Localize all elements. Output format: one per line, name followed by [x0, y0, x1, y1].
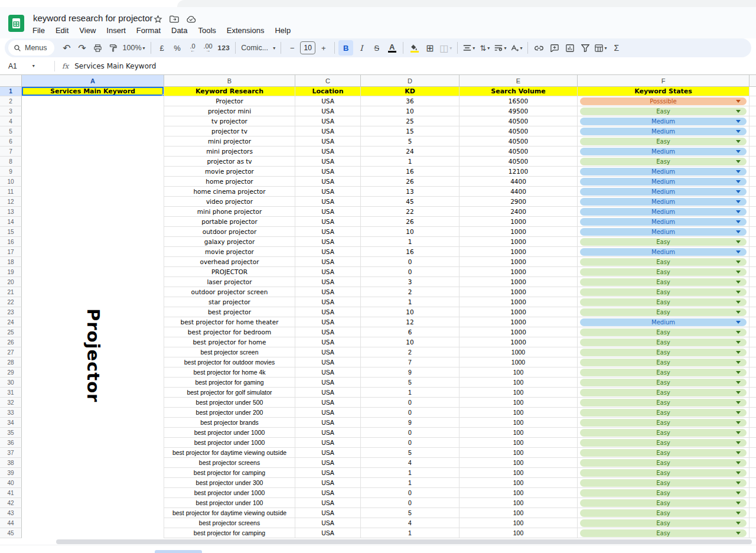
cell-A11[interactable]	[22, 187, 164, 197]
row-header-3[interactable]: 3	[0, 106, 22, 116]
location-cell-C7[interactable]: USA	[295, 147, 361, 157]
location-cell-C37[interactable]: USA	[295, 448, 361, 458]
row-header-25[interactable]: 25	[0, 327, 22, 337]
cell-A43[interactable]	[22, 508, 164, 518]
decrease-font-size-button[interactable]: −	[285, 40, 299, 56]
kd-cell-D40[interactable]: 1	[361, 478, 460, 488]
keyword-state-dropdown[interactable]: Easy	[580, 419, 747, 427]
volume-cell-E16[interactable]: 1000	[460, 237, 578, 247]
cell-A31[interactable]	[22, 388, 164, 398]
row-header-35[interactable]: 35	[0, 428, 22, 438]
keyword-cell-B28[interactable]: best projector for outdoor movies	[164, 357, 295, 367]
keyword-cell-B30[interactable]: best projector for gaming	[164, 378, 295, 388]
keyword-state-dropdown[interactable]: Easy	[580, 308, 747, 316]
cell-A34[interactable]	[22, 418, 164, 428]
row-header-30[interactable]: 30	[0, 378, 22, 388]
cell-A25[interactable]	[22, 327, 164, 337]
location-cell-C32[interactable]: USA	[295, 398, 361, 408]
volume-cell-E35[interactable]: 100	[460, 428, 578, 438]
keyword-cell-B17[interactable]: movie projector	[164, 247, 295, 257]
location-cell-C36[interactable]: USA	[295, 438, 361, 448]
keyword-state-dropdown[interactable]: Easy	[580, 268, 747, 276]
location-cell-C43[interactable]: USA	[295, 508, 361, 518]
cell-A42[interactable]	[22, 498, 164, 508]
text-color-button[interactable]: A	[384, 40, 399, 56]
volume-cell-E4[interactable]: 40500	[460, 116, 578, 126]
keyword-state-dropdown[interactable]: Medium	[580, 188, 747, 196]
location-cell-C42[interactable]: USA	[295, 498, 361, 508]
location-cell-C13[interactable]: USA	[295, 207, 361, 217]
keyword-state-dropdown[interactable]: Medium	[580, 128, 747, 135]
volume-cell-E18[interactable]: 1000	[460, 257, 578, 267]
borders-button[interactable]: ⊞	[422, 40, 437, 56]
currency-format-button[interactable]: £	[155, 40, 170, 56]
kd-cell-D23[interactable]: 10	[361, 307, 460, 317]
decrease-decimal-button[interactable]: .0←	[185, 40, 200, 56]
text-wrap-button[interactable]: ▾	[493, 40, 508, 56]
keyword-state-dropdown[interactable]: Easy	[580, 359, 747, 366]
row-header-22[interactable]: 22	[0, 297, 22, 307]
cell-A17[interactable]	[22, 247, 164, 257]
move-folder-icon[interactable]	[169, 14, 180, 24]
location-cell-C8[interactable]: USA	[295, 157, 361, 167]
location-cell-C45[interactable]: USA	[295, 528, 361, 538]
volume-cell-E21[interactable]: 1000	[460, 287, 578, 297]
volume-cell-E23[interactable]: 1000	[460, 307, 578, 317]
volume-cell-E3[interactable]: 49500	[460, 106, 578, 116]
keyword-cell-B4[interactable]: tv projector	[164, 116, 295, 126]
cell-A36[interactable]	[22, 438, 164, 448]
keyword-state-dropdown[interactable]: Easy	[580, 429, 747, 437]
keyword-cell-B25[interactable]: best projector for bedroom	[164, 327, 295, 337]
volume-cell-E28[interactable]: 1000	[460, 357, 578, 367]
kd-cell-D19[interactable]: 0	[361, 267, 460, 277]
location-cell-C35[interactable]: USA	[295, 428, 361, 438]
cell-F1[interactable]: Keyword States	[578, 87, 750, 96]
keyword-cell-B44[interactable]: best projector screens	[164, 518, 295, 528]
location-cell-C5[interactable]: USA	[295, 126, 361, 136]
kd-cell-D31[interactable]: 1	[361, 388, 460, 398]
keyword-cell-B2[interactable]: Projector	[164, 96, 295, 106]
location-cell-C28[interactable]: USA	[295, 357, 361, 367]
volume-cell-E44[interactable]: 100	[460, 518, 578, 528]
keyword-state-dropdown[interactable]: Medium	[580, 198, 747, 206]
location-cell-C21[interactable]: USA	[295, 287, 361, 297]
menu-file[interactable]: File	[28, 25, 49, 36]
cell-A29[interactable]	[22, 367, 164, 378]
kd-cell-D22[interactable]: 1	[361, 297, 460, 307]
cell-A27[interactable]	[22, 347, 164, 357]
row-header-34[interactable]: 34	[0, 418, 22, 428]
cell-A35[interactable]	[22, 428, 164, 438]
cell-A28[interactable]	[22, 357, 164, 367]
keyword-cell-B7[interactable]: mini projectors	[164, 147, 295, 157]
keyword-state-dropdown[interactable]: Easy	[580, 409, 747, 417]
cell-A7[interactable]	[22, 147, 164, 157]
create-filter-button[interactable]	[578, 40, 592, 56]
menu-insert[interactable]: Insert	[102, 25, 130, 36]
keyword-cell-B36[interactable]: best projector under 1000	[164, 438, 295, 448]
keyword-state-dropdown[interactable]: Easy	[580, 138, 747, 145]
kd-cell-D24[interactable]: 12	[361, 317, 460, 327]
row-header-40[interactable]: 40	[0, 478, 22, 488]
print-button[interactable]	[90, 40, 105, 56]
kd-cell-D5[interactable]: 15	[361, 126, 460, 136]
kd-cell-D7[interactable]: 24	[361, 147, 460, 157]
column-header-E[interactable]: E	[460, 75, 578, 87]
volume-cell-E9[interactable]: 12100	[460, 167, 578, 177]
location-cell-C2[interactable]: USA	[295, 96, 361, 106]
volume-cell-E30[interactable]: 100	[460, 378, 578, 388]
keyword-state-dropdown[interactable]: Easy	[580, 459, 747, 467]
volume-cell-E43[interactable]: 100	[460, 508, 578, 518]
row-header-7[interactable]: 7	[0, 147, 22, 157]
row-header-19[interactable]: 19	[0, 267, 22, 277]
volume-cell-E45[interactable]: 100	[460, 528, 578, 538]
kd-cell-D45[interactable]: 1	[361, 528, 460, 538]
column-header-B[interactable]: B	[164, 75, 295, 87]
volume-cell-E2[interactable]: 16500	[460, 96, 578, 106]
cell-A39[interactable]	[22, 468, 164, 478]
location-cell-C26[interactable]: USA	[295, 337, 361, 347]
keyword-state-dropdown[interactable]: Easy	[580, 328, 747, 336]
keyword-cell-B39[interactable]: best projector for camping	[164, 468, 295, 478]
vertical-align-button[interactable]: ⇅ ▾	[477, 40, 492, 56]
volume-cell-E42[interactable]: 100	[460, 498, 578, 508]
kd-cell-D11[interactable]: 13	[361, 187, 460, 197]
